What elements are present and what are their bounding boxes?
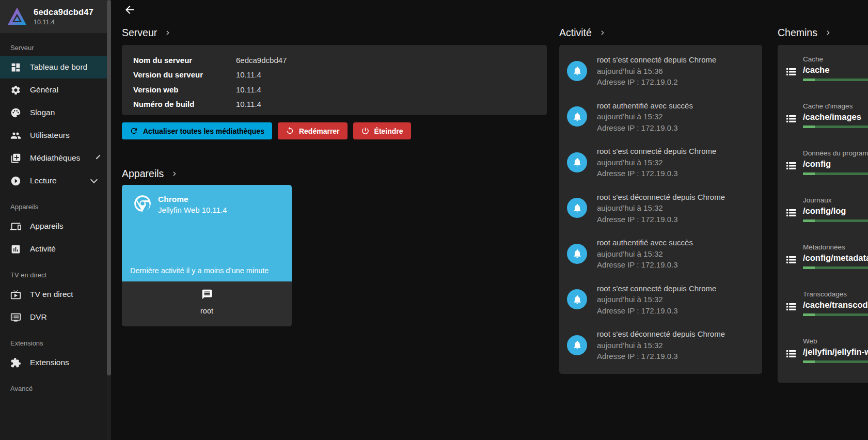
path-usage-fill xyxy=(803,125,815,128)
chevron-right-icon xyxy=(599,29,606,36)
sidebar-section-plugins: Extensions xyxy=(0,328,107,351)
path-entry: Cache /cache xyxy=(778,47,868,94)
notification-bell-icon xyxy=(567,244,587,264)
sidebar-scrollbar[interactable] xyxy=(107,0,111,440)
path-usage-bar xyxy=(803,313,868,316)
sidebar-item-branding[interactable]: Slogan xyxy=(0,101,107,124)
activity-icon xyxy=(10,243,21,255)
shutdown-button[interactable]: Éteindre xyxy=(353,122,411,139)
notification-bell-icon xyxy=(567,106,587,127)
chevron-down-icon xyxy=(90,176,98,183)
sidebar-header: 6edca9dcbd47 10.11.4 xyxy=(0,0,107,33)
activity-entry: root s'est déconnecté depuis Chrome aujo… xyxy=(559,185,762,231)
path-usage-fill xyxy=(803,360,815,363)
activity-entry: root s'est connecté depuis Chrome aujour… xyxy=(559,277,762,323)
devices-section-link[interactable]: Appareils xyxy=(122,168,178,180)
device-name: Chrome xyxy=(158,194,227,205)
path-usage-bar xyxy=(803,78,868,81)
storage-list-icon xyxy=(785,207,798,220)
info-label: Version web xyxy=(133,85,236,94)
main-content: Serveur Nom du serveur 6edca9dcbd47 Vers… xyxy=(111,0,868,440)
sidebar-item-playback[interactable]: Lecture xyxy=(0,169,107,192)
back-button[interactable] xyxy=(123,4,137,17)
sidebar-item-libraries[interactable]: Médiathèques xyxy=(0,147,107,169)
notification-bell-icon xyxy=(567,198,587,218)
storage-list-icon xyxy=(785,348,798,361)
path-label: Métadonnées xyxy=(803,243,868,252)
info-value: 6edca9dcbd47 xyxy=(236,56,287,65)
path-label: Données du programme xyxy=(803,149,868,158)
device-client: Jellyfin Web 10.11.4 xyxy=(158,205,227,215)
path-entry: Données du programme /config xyxy=(778,141,868,188)
device-card-footer: root xyxy=(122,281,292,326)
sidebar-item-dashboard[interactable]: Tableau de bord xyxy=(0,56,107,78)
activity-ip: Adresse IP : 172.19.0.3 xyxy=(597,259,693,271)
activity-entry: root authentifié avec succès aujourd’hui… xyxy=(559,231,762,277)
sidebar-item-dvr[interactable]: DVR xyxy=(0,306,107,328)
arrow-left-icon xyxy=(123,4,136,16)
refresh-libraries-button[interactable]: Actualiser toutes les médiathèques xyxy=(122,122,272,139)
jellyfin-dashboard: 6edca9dcbd47 10.11.4 Serveur Tableau de … xyxy=(0,0,868,440)
sidebar-item-label: Lecture xyxy=(30,176,57,185)
activity-ip: Adresse IP : 172.19.0.3 xyxy=(597,305,716,317)
path-usage-fill xyxy=(803,172,815,175)
puzzle-icon xyxy=(10,357,21,368)
path-value: /config/metadata xyxy=(803,252,868,263)
chrome-icon xyxy=(133,194,152,213)
activity-title: root s'est connecté depuis Chrome xyxy=(597,146,716,157)
info-label: Numéro de build xyxy=(133,100,236,108)
path-entry: Métadonnées /config/metadata xyxy=(778,235,868,282)
live-tv-icon xyxy=(10,289,21,300)
path-label: Cache d'images xyxy=(803,102,868,111)
restart-icon xyxy=(286,127,294,135)
sidebar-item-label: Extensions xyxy=(30,358,69,367)
gear-icon xyxy=(10,84,21,96)
sidebar-section-server: Serveur xyxy=(0,33,107,56)
activity-time: aujourd’hui à 15:32 xyxy=(597,294,716,305)
info-value: 10.11.4 xyxy=(236,70,261,79)
sidebar-item-general[interactable]: Général xyxy=(0,78,107,101)
devices-section-title: Appareils xyxy=(122,168,164,180)
path-entry: Transcodages /cache/transcodes xyxy=(778,282,868,329)
path-usage-fill xyxy=(803,313,815,316)
activity-section-link[interactable]: Activité xyxy=(559,27,606,39)
activity-ip: Adresse IP : 172.19.0.3 xyxy=(597,122,693,134)
path-entry: Web /jellyfin/jellyfin-web xyxy=(778,329,868,376)
activity-entry: root s'est connecté depuis Chrome aujour… xyxy=(559,48,762,94)
sidebar-item-livetv[interactable]: TV en direct xyxy=(0,283,107,306)
activity-title: root authentifié avec succès xyxy=(597,100,693,112)
sidebar-item-label: DVR xyxy=(30,312,47,322)
path-value: /jellyfin/jellyfin-web xyxy=(803,346,868,357)
paths-section-title: Chemins xyxy=(778,27,817,39)
sidebar-item-users[interactable]: Utilisateurs xyxy=(0,124,107,147)
path-label: Journaux xyxy=(803,196,868,205)
path-usage-bar xyxy=(803,219,868,222)
activity-title: root s'est connecté depuis Chrome xyxy=(597,283,716,294)
scrollbar-thumb[interactable] xyxy=(107,0,111,375)
path-usage-fill xyxy=(803,266,815,269)
sidebar-item-label: Appareils xyxy=(30,222,64,231)
activity-title: root authentifié avec succès xyxy=(597,237,693,248)
path-usage-bar xyxy=(803,172,868,175)
storage-list-icon xyxy=(785,113,798,126)
storage-list-icon xyxy=(785,66,798,79)
device-card[interactable]: Chrome Jellyfin Web 10.11.4 Dernière act… xyxy=(122,185,292,326)
sidebar-section-devices: Appareils xyxy=(0,192,107,215)
activity-ip: Adresse IP : 172.19.0.3 xyxy=(597,351,725,362)
power-icon xyxy=(361,127,370,135)
devices-icon xyxy=(10,221,21,232)
server-info-row: Nom du serveur 6edca9dcbd47 xyxy=(133,53,547,68)
server-info-card: Nom du serveur 6edca9dcbd47 Version du s… xyxy=(122,45,547,115)
activity-entry: root s'est connecté depuis Chrome aujour… xyxy=(559,139,762,185)
activity-time: aujourd’hui à 15:32 xyxy=(597,340,725,351)
libraries-icon xyxy=(10,152,21,164)
activity-title: root s'est déconnecté depuis Chrome xyxy=(597,328,725,340)
sidebar-item-activity[interactable]: Activité xyxy=(0,238,107,260)
sidebar-item-devices[interactable]: Appareils xyxy=(0,215,107,238)
sidebar-item-plugins[interactable]: Extensions xyxy=(0,351,107,374)
server-section-link[interactable]: Serveur xyxy=(122,27,171,39)
activity-entry: root authentifié avec succès aujourd’hui… xyxy=(559,94,762,140)
sidebar-section-livetv: TV en direct xyxy=(0,260,107,283)
paths-section-link[interactable]: Chemins xyxy=(778,27,831,39)
restart-button[interactable]: Redémarrer xyxy=(278,122,348,139)
